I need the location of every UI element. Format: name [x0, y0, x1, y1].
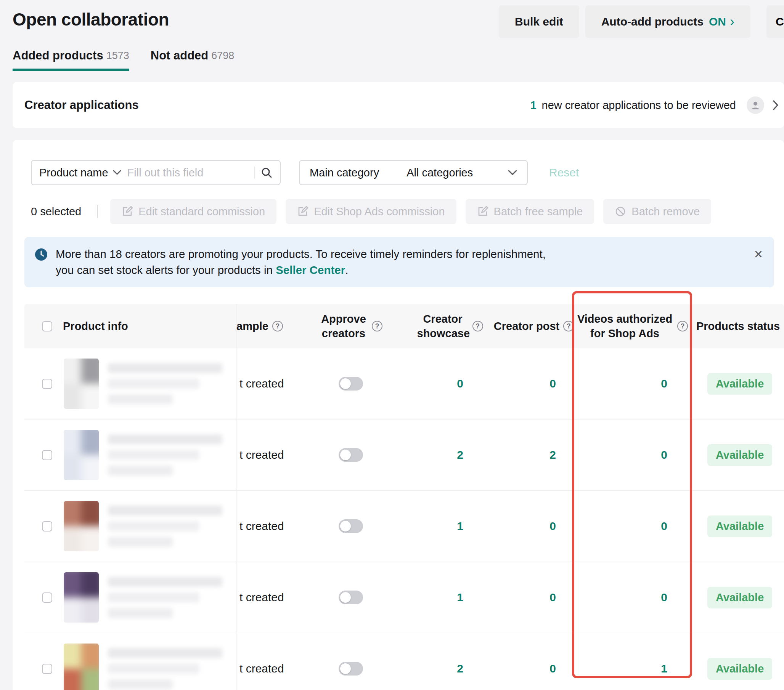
chevron-right-icon: ›: [730, 15, 735, 29]
batch-remove-button[interactable]: Batch remove: [603, 199, 711, 224]
tab-label: Not added: [151, 49, 209, 62]
clipped-right-button[interactable]: C: [766, 5, 784, 38]
free-sample-status-clipped: t created: [236, 662, 297, 675]
clock-icon: [34, 248, 48, 278]
row-checkbox[interactable]: [42, 593, 52, 603]
edit-shop-ads-commission-button[interactable]: Edit Shop Ads commission: [286, 199, 456, 224]
select-all-checkbox[interactable]: [42, 321, 52, 332]
column-approve-creators: Approve creators ?: [297, 304, 404, 348]
approve-creators-cell: [297, 591, 404, 604]
approve-creators-toggle[interactable]: [339, 662, 363, 675]
row-checkbox[interactable]: [42, 521, 52, 532]
product-thumbnail: [64, 430, 99, 480]
creator-post-count[interactable]: 0: [496, 520, 572, 533]
creator-showcase-count[interactable]: 1: [404, 591, 496, 604]
auto-add-state: ON: [709, 15, 726, 28]
tab-not-added[interactable]: Not added 6798: [151, 49, 234, 71]
approve-creators-toggle[interactable]: [339, 448, 363, 462]
divider: [254, 166, 255, 179]
approve-creators-toggle[interactable]: [339, 591, 363, 604]
approve-creators-cell: [297, 519, 404, 533]
reset-button[interactable]: Reset: [549, 166, 579, 179]
creator-applications-card[interactable]: Creator applications 1 new creator appli…: [13, 82, 784, 128]
help-icon[interactable]: ?: [677, 321, 688, 332]
product-text-blurred: [108, 648, 222, 689]
edit-standard-commission-button[interactable]: Edit standard commission: [110, 199, 277, 224]
creator-post-count[interactable]: 0: [496, 662, 572, 675]
product-info-cell: [25, 562, 236, 633]
product-info-cell: [25, 348, 236, 419]
product-thumbnail: [64, 572, 99, 623]
seller-center-link[interactable]: Seller Center: [276, 264, 345, 276]
status-badge: Available: [707, 658, 772, 680]
creator-post-count[interactable]: 2: [496, 449, 572, 462]
videos-authorized-count[interactable]: 1: [572, 662, 692, 675]
videos-authorized-count[interactable]: 0: [572, 520, 692, 533]
bulk-edit-button[interactable]: Bulk edit: [499, 5, 579, 38]
product-text-blurred: [108, 363, 222, 404]
table-row: t created 1 0 0 Available: [25, 491, 784, 562]
status-cell: Available: [692, 587, 784, 608]
filter-bar: Product name Main category All categorie…: [31, 160, 784, 185]
creator-applications-title: Creator applications: [25, 98, 139, 112]
status-badge: Available: [707, 444, 772, 466]
help-icon[interactable]: ?: [372, 321, 382, 332]
approve-creators-cell: [297, 662, 404, 675]
row-checkbox[interactable]: [42, 379, 52, 389]
divider: [97, 205, 98, 218]
product-thumbnail: [64, 644, 99, 690]
videos-authorized-count[interactable]: 0: [572, 377, 692, 390]
free-sample-status-clipped: t created: [236, 520, 297, 533]
blurred-image: [64, 572, 99, 623]
search-field-selector[interactable]: Product name: [39, 166, 108, 179]
table-row: t created 2 0 1 Available: [25, 633, 784, 690]
column-creator-showcase: Creator showcase ?: [404, 304, 496, 348]
row-checkbox[interactable]: [42, 450, 52, 460]
table-body: t created 0 0 0 Available t created 2 2 …: [25, 348, 784, 690]
auto-add-products-button[interactable]: Auto-add products ON ›: [585, 5, 751, 38]
batch-free-sample-button[interactable]: Batch free sample: [466, 199, 595, 224]
videos-authorized-count[interactable]: 0: [572, 591, 692, 604]
close-icon[interactable]: ×: [754, 247, 763, 261]
search-input[interactable]: [127, 166, 251, 179]
videos-authorized-count[interactable]: 0: [572, 449, 692, 462]
person-icon: [751, 100, 760, 110]
blurred-image: [64, 430, 99, 480]
chevron-right-icon[interactable]: [772, 100, 779, 110]
table-header: Product info ample ? Approve creators ? …: [25, 304, 784, 348]
status-cell: Available: [692, 444, 784, 466]
product-info-cell: [25, 419, 236, 490]
status-cell: Available: [692, 516, 784, 537]
help-icon[interactable]: ?: [272, 321, 283, 332]
product-search: Product name: [31, 160, 281, 185]
product-info-cell: [25, 491, 236, 562]
category-value: All categories: [407, 166, 473, 179]
creator-showcase-count[interactable]: 1: [404, 520, 496, 533]
approve-creators-toggle[interactable]: [339, 377, 363, 391]
creator-showcase-count[interactable]: 2: [404, 662, 496, 675]
row-checkbox[interactable]: [42, 664, 52, 674]
page-header: Open collaboration Bulk edit Auto-add pr…: [0, 0, 784, 38]
tab-bar: Added products 1573 Not added 6798: [0, 38, 784, 71]
auto-add-label: Auto-add products: [601, 15, 703, 28]
tab-added-products[interactable]: Added products 1573: [13, 49, 129, 71]
products-panel: Product name Main category All categorie…: [13, 140, 784, 690]
approve-creators-toggle[interactable]: [339, 519, 363, 533]
free-sample-status-clipped: t created: [236, 591, 297, 604]
table-row: t created 2 2 0 Available: [25, 419, 784, 491]
search-icon[interactable]: [261, 167, 272, 178]
tab-count: 1573: [106, 49, 129, 62]
blurred-image: [64, 644, 99, 690]
help-icon[interactable]: ?: [473, 321, 483, 332]
page-title: Open collaboration: [13, 5, 169, 30]
products-table: Product info ample ? Approve creators ? …: [25, 304, 784, 690]
approve-creators-cell: [297, 448, 404, 462]
creator-post-count[interactable]: 0: [496, 377, 572, 390]
table-row: t created 1 0 0 Available: [25, 562, 784, 633]
main-category-select[interactable]: Main category All categories: [299, 160, 528, 185]
creator-showcase-count[interactable]: 2: [404, 449, 496, 462]
creator-showcase-count[interactable]: 0: [404, 377, 496, 390]
creator-post-count[interactable]: 0: [496, 591, 572, 604]
blurred-image: [64, 358, 99, 409]
table-row: t created 0 0 0 Available: [25, 348, 784, 419]
